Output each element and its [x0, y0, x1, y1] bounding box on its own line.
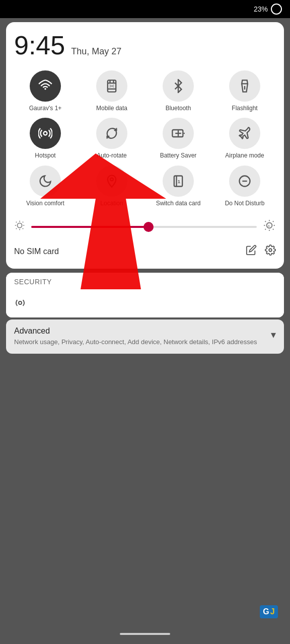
tile-switch-data-icon-wrap: 1: [163, 166, 194, 197]
svg-line-35: [265, 229, 266, 230]
clock-time: 9:45: [14, 32, 65, 58]
tile-dnd[interactable]: Do Not Disturb: [213, 166, 276, 207]
bluetooth-icon: [171, 79, 185, 93]
brightness-fill: [31, 226, 149, 228]
advanced-row: Advanced Network usage, Privacy, Auto-co…: [14, 327, 276, 347]
dnd-icon: [238, 174, 252, 188]
tile-dnd-label: Do Not Disturb: [225, 200, 265, 207]
tile-mobile-data-label: Mobile data: [96, 105, 127, 112]
battery-saver-icon: [171, 126, 185, 140]
svg-line-36: [273, 221, 274, 222]
mobile-data-icon: [105, 79, 119, 93]
svg-point-13: [110, 178, 113, 181]
tile-airplane[interactable]: Airplane mode: [213, 118, 276, 159]
tile-mobile-data-icon-wrap: [96, 70, 127, 102]
tile-dnd-icon-wrap: [229, 166, 260, 197]
tile-battery-saver[interactable]: Battery Saver: [147, 118, 209, 159]
svg-line-22: [16, 222, 17, 222]
tile-hotspot[interactable]: Hotspot: [14, 118, 77, 159]
settings-button[interactable]: [265, 245, 276, 259]
tile-hotspot-icon-wrap: [30, 118, 61, 149]
auto-rotate-icon: [105, 126, 119, 140]
bottom-row: No SIM card: [14, 245, 276, 259]
tile-bluetooth-icon-wrap: [163, 70, 194, 102]
quick-settings-panel: 9:45 Thu, May 27 Gaurav's 1+: [6, 22, 284, 269]
tile-flashlight-icon-wrap: [229, 70, 260, 102]
tile-location-label: Location: [100, 200, 123, 207]
tile-battery-saver-label: Battery Saver: [160, 152, 197, 159]
network-item[interactable]: [6, 291, 284, 317]
brightness-slider[interactable]: [31, 226, 257, 228]
tile-wifi-icon-wrap: [30, 70, 61, 102]
advanced-title: Advanced: [14, 327, 257, 336]
bottom-icons: [246, 245, 276, 259]
tile-battery-saver-icon-wrap: [163, 118, 194, 149]
watermark-j: J: [270, 607, 275, 616]
svg-point-39: [19, 301, 22, 304]
svg-line-31: [265, 221, 266, 222]
tile-auto-rotate-label: Auto-rotate: [97, 152, 126, 159]
tile-location-icon-wrap: [96, 166, 127, 197]
flashlight-icon: [238, 79, 252, 93]
nav-bar: [0, 624, 290, 644]
battery-text: 23%: [254, 5, 268, 13]
wifi-icon: [38, 79, 52, 93]
svg-point-9: [44, 132, 47, 135]
tile-vision-label: Vision comfort: [26, 200, 64, 207]
advanced-subtitle: Network usage, Privacy, Auto-connect, Ad…: [14, 338, 257, 347]
tile-airplane-icon-wrap: [229, 118, 260, 149]
tile-location[interactable]: Location: [81, 166, 143, 207]
svg-line-27: [23, 222, 23, 222]
svg-point-0: [44, 88, 46, 90]
tile-vision[interactable]: Vision comfort: [14, 166, 77, 207]
tile-mobile-data[interactable]: Mobile data: [81, 70, 143, 112]
svg-line-32: [273, 229, 274, 230]
tile-bluetooth[interactable]: Bluetooth: [147, 70, 209, 112]
vision-icon: [38, 174, 52, 188]
svg-line-23: [23, 228, 23, 229]
tile-auto-rotate-icon-wrap: [96, 118, 127, 149]
edit-button[interactable]: [246, 245, 257, 259]
time-date-row: 9:45 Thu, May 27: [14, 32, 276, 58]
tile-flashlight[interactable]: Flashlight: [213, 70, 276, 112]
svg-point-19: [17, 223, 22, 228]
brightness-low-icon: [14, 220, 25, 233]
switch-data-icon: 1: [171, 174, 185, 188]
airplane-icon: [238, 126, 252, 140]
tile-airplane-label: Airplane mode: [225, 152, 264, 159]
svg-point-38: [269, 249, 272, 252]
clock-date: Thu, May 27: [71, 46, 121, 57]
location-icon: [105, 174, 119, 188]
watermark-box: G J: [260, 605, 277, 618]
tile-auto-rotate[interactable]: Auto-rotate: [81, 118, 143, 159]
quick-tiles-grid: Gaurav's 1+ Mobile data: [14, 70, 276, 207]
tile-bluetooth-label: Bluetooth: [166, 105, 191, 112]
battery-icon: [271, 4, 282, 15]
chevron-down-icon: ▾: [271, 329, 276, 341]
sim-status: No SIM card: [14, 247, 59, 256]
network-wifi-icon: [14, 297, 26, 311]
tile-hotspot-label: Hotspot: [35, 152, 55, 159]
status-bar: 23%: [0, 0, 290, 18]
brightness-thumb[interactable]: [143, 222, 154, 232]
home-gesture-pill: [120, 633, 170, 635]
tile-vision-icon-wrap: [30, 166, 61, 197]
svg-line-26: [16, 228, 17, 229]
tile-switch-data-label: Switch data card: [156, 200, 201, 207]
tile-wifi[interactable]: Gaurav's 1+: [14, 70, 77, 112]
svg-text:1: 1: [178, 179, 180, 184]
brightness-auto-icon: A: [263, 219, 276, 234]
advanced-section[interactable]: Advanced Network usage, Privacy, Auto-co…: [6, 319, 284, 354]
hotspot-icon: [38, 126, 52, 140]
watermark-g: G: [263, 607, 269, 616]
network-section: Security: [6, 273, 284, 317]
svg-text:A: A: [268, 224, 270, 227]
brightness-row: A: [14, 219, 276, 234]
tile-wifi-label: Gaurav's 1+: [29, 105, 62, 112]
watermark: G J: [254, 602, 284, 622]
network-header: Security: [6, 273, 284, 291]
tile-switch-data[interactable]: 1 Switch data card: [147, 166, 209, 207]
tile-flashlight-label: Flashlight: [232, 105, 257, 112]
